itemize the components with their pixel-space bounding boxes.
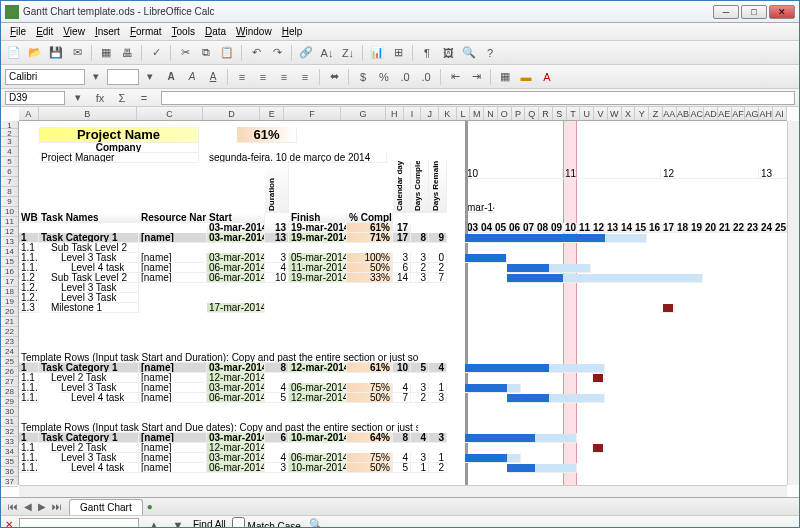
percent-icon[interactable]: % (375, 68, 393, 86)
col-header[interactable]: U (580, 107, 594, 120)
resource[interactable]: [name] (139, 253, 207, 263)
duration[interactable]: 3 (265, 463, 289, 473)
row-header[interactable]: 4 (1, 147, 18, 157)
row-header[interactable]: 32 (1, 427, 18, 437)
hdr-res[interactable]: Resource Names (139, 213, 207, 223)
milestone[interactable] (661, 303, 675, 313)
rem-days[interactable]: 3 (429, 393, 447, 403)
close-find-icon[interactable]: ✕ (5, 519, 13, 528)
duration[interactable]: 13 (265, 233, 289, 243)
resource[interactable]: [name] (139, 233, 207, 243)
wbs-cell[interactable]: 1.1.1 (19, 253, 39, 263)
col-header[interactable]: W (608, 107, 622, 120)
day-col[interactable]: 21 (717, 223, 731, 233)
row-header[interactable]: 19 (1, 297, 18, 307)
font-color-icon[interactable]: A (538, 68, 556, 86)
day-col[interactable]: 04 (479, 223, 493, 233)
pct[interactable]: 33% (347, 273, 393, 283)
spellcheck-icon[interactable]: ✓ (147, 44, 165, 62)
wbs-cell[interactable]: 1.2.1 (19, 283, 39, 293)
rem-days[interactable]: 0 (429, 253, 447, 263)
col-header[interactable]: E (260, 107, 284, 120)
tab-first-icon[interactable]: ⏮ (5, 501, 21, 512)
menu-insert[interactable]: Insert (90, 26, 125, 37)
col-header[interactable]: AI (773, 107, 787, 120)
wbs-cell[interactable]: 1.2 (19, 273, 39, 283)
cal-days[interactable]: 8 (393, 433, 411, 443)
indent-dec-icon[interactable]: ⇤ (446, 68, 464, 86)
comp-days[interactable]: 4 (411, 433, 429, 443)
milestone[interactable] (591, 443, 605, 453)
col-header[interactable]: AC (690, 107, 704, 120)
day-col[interactable]: 07 (521, 223, 535, 233)
row-header[interactable]: 37 (1, 477, 18, 487)
row-header[interactable]: 11 (1, 217, 18, 227)
wbs-cell[interactable]: 1.1 (19, 443, 39, 453)
finish-date[interactable]: 12-mar-2014 (289, 363, 347, 373)
start-date[interactable]: 03-mar-2014 (207, 383, 265, 393)
italic-icon[interactable]: A (183, 68, 201, 86)
finish-date[interactable]: 19-mar-2014 (289, 273, 347, 283)
function-wizard-icon[interactable]: fx (91, 89, 109, 107)
col-header[interactable]: C (137, 107, 204, 120)
task-name[interactable]: Level 3 Task (59, 283, 139, 293)
day-col[interactable]: 17 (661, 223, 675, 233)
template-note[interactable]: Template Rows (Input task Start and Dura… (19, 353, 419, 363)
wbs-cell[interactable]: 1.1.1 (19, 453, 39, 463)
day-col[interactable]: 08 (535, 223, 549, 233)
resource[interactable]: [name] (139, 463, 207, 473)
sum-icon[interactable]: Σ (113, 89, 131, 107)
wbs-cell[interactable]: 1.3 (19, 303, 39, 313)
row-header[interactable]: 31 (1, 417, 18, 427)
rem-days[interactable]: 1 (429, 453, 447, 463)
task-name[interactable]: Milestone 1 (49, 303, 139, 313)
col-header[interactable]: B (39, 107, 137, 120)
duration[interactable]: 4 (265, 453, 289, 463)
wbs-cell[interactable]: 1.1.1.1 (19, 463, 39, 473)
duration[interactable]: 4 (265, 263, 289, 273)
col-header[interactable]: AA (663, 107, 677, 120)
cal-days[interactable]: 14 (393, 273, 411, 283)
day-col[interactable]: 15 (633, 223, 647, 233)
day-col[interactable]: 05 (493, 223, 507, 233)
col-header[interactable]: Y (635, 107, 649, 120)
cal-days[interactable]: 17 (393, 233, 411, 243)
hdr-pct[interactable]: % Complete (347, 213, 393, 223)
finish-date[interactable]: 11-mar-2014 (289, 263, 347, 273)
menu-edit[interactable]: Edit (31, 26, 58, 37)
start-date[interactable]: 12-mar-2014 (207, 373, 265, 383)
col-header[interactable]: I (404, 107, 422, 120)
row-header[interactable]: 2 (1, 129, 18, 137)
row-header[interactable]: 18 (1, 287, 18, 297)
row-header[interactable]: 25 (1, 357, 18, 367)
row-header[interactable]: 16 (1, 267, 18, 277)
cut-icon[interactable]: ✂ (176, 44, 194, 62)
find-input[interactable] (19, 518, 139, 529)
manager[interactable]: Project Manager (39, 153, 199, 163)
cal-days[interactable]: 3 (393, 253, 411, 263)
cal-days[interactable]: 10 (393, 363, 411, 373)
pct[interactable]: 50% (347, 463, 393, 473)
duration[interactable]: 4 (265, 383, 289, 393)
task-name[interactable]: Level 4 task (69, 463, 139, 473)
wbs-cell[interactable]: 1.1.1.1 (19, 393, 39, 403)
task-name[interactable]: Level 3 Task (59, 253, 139, 263)
start-date[interactable]: 03-mar-2014 (207, 253, 265, 263)
gantt-cell[interactable] (507, 393, 605, 403)
row-header[interactable]: 34 (1, 447, 18, 457)
row-header[interactable]: 8 (1, 187, 18, 197)
start-date[interactable]: 17-mar-2014 (207, 303, 265, 313)
milestone[interactable] (591, 373, 605, 383)
horizontal-scrollbar[interactable] (19, 485, 787, 497)
comp-days[interactable]: 3 (411, 273, 429, 283)
row-header[interactable]: 21 (1, 317, 18, 327)
open-icon[interactable]: 📂 (26, 44, 44, 62)
start-date[interactable]: 03-mar-2014 (207, 233, 265, 243)
cal-days[interactable]: 7 (393, 393, 411, 403)
today-date[interactable]: segunda-feira, 10 de março de 2014 (207, 153, 387, 163)
row-header[interactable]: 7 (1, 177, 18, 187)
pct[interactable]: 61% (347, 363, 393, 373)
row-headers[interactable]: 1234567891011121314151617181920212223242… (1, 121, 19, 485)
menu-view[interactable]: View (58, 26, 90, 37)
font-name-input[interactable]: Calibri (5, 69, 85, 85)
